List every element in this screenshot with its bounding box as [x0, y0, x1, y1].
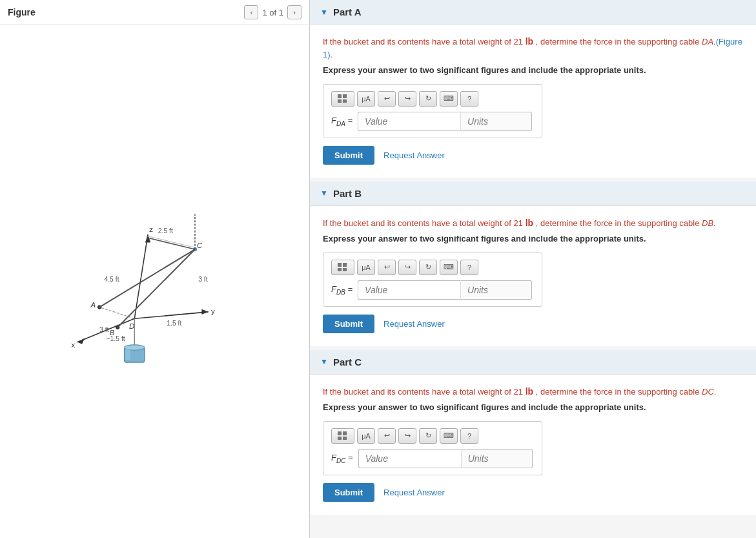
part-a-submit[interactable]: Submit [323, 146, 374, 165]
mu-tool-a[interactable]: μA [357, 91, 375, 107]
part-c-header: ▼ Part C [310, 350, 756, 375]
part-a-content: If the bucket and its contents have a to… [310, 25, 756, 178]
part-b-title: Part B [333, 188, 362, 199]
part-c-express: Express your answer to two significant f… [323, 402, 743, 412]
figure-canvas: z y x D A B C [0, 25, 309, 538]
svg-rect-42 [343, 431, 347, 435]
part-c-units-input[interactable] [462, 449, 533, 468]
undo-c[interactable]: ↩ [378, 428, 396, 444]
part-a-section: ▼ Part A If the bucket and its contents … [310, 0, 756, 178]
part-c-problem: If the bucket and its contents have a to… [323, 385, 743, 398]
undo-b[interactable]: ↩ [378, 260, 396, 275]
svg-text:z: z [149, 225, 153, 233]
redo-a[interactable]: ↪ [398, 91, 416, 107]
svg-text:y: y [211, 307, 215, 315]
svg-text:A: A [90, 301, 96, 309]
figure-svg: z y x D A B C [0, 25, 309, 538]
figure-navigation: ‹ 1 of 1 › [244, 5, 301, 19]
redo-c[interactable]: ↪ [398, 428, 416, 444]
part-b-problem: If the bucket and its contents have a to… [323, 216, 743, 230]
part-b-content: If the bucket and its contents have a to… [310, 206, 756, 346]
svg-text:C: C [197, 242, 203, 249]
part-b-answer-row: FDB = [331, 280, 534, 300]
svg-rect-33 [338, 94, 342, 98]
svg-rect-44 [343, 437, 347, 440]
refresh-a[interactable]: ↻ [419, 91, 437, 107]
part-c-value-input[interactable] [358, 449, 462, 468]
part-a-problem: If the bucket and its contents have a to… [323, 35, 743, 61]
part-b-section: ▼ Part B If the bucket and its contents … [310, 181, 756, 346]
svg-rect-39 [338, 268, 342, 271]
svg-text:4.5 ft: 4.5 ft [104, 276, 119, 283]
part-a-formula-label: FDA = [331, 116, 352, 127]
part-c-submit[interactable]: Submit [323, 483, 374, 502]
svg-rect-30 [125, 348, 130, 360]
keyboard-c[interactable]: ⌨ [440, 428, 458, 444]
redo-b[interactable]: ↪ [398, 260, 416, 275]
part-a-input-box: μA ↩ ↪ ↻ ⌨ ? FDA = [323, 84, 542, 138]
part-b-action-row: Submit Request Answer [323, 315, 743, 333]
part-a-toolbar: μA ↩ ↪ ↻ ⌨ ? [331, 91, 534, 107]
mu-tool-b[interactable]: μA [357, 260, 375, 275]
part-a-action-row: Submit Request Answer [323, 146, 743, 165]
part-b-units-input[interactable] [461, 280, 532, 300]
svg-rect-35 [338, 99, 342, 103]
undo-a[interactable]: ↩ [378, 91, 396, 107]
part-c-request[interactable]: Request Answer [383, 488, 445, 497]
part-b-express: Express your answer to two significant f… [323, 234, 743, 243]
part-a-header: ▼ Part A [310, 0, 756, 25]
prev-figure-button[interactable]: ‹ [244, 5, 258, 19]
part-c-answer-row: FDC = [331, 449, 534, 468]
svg-text:x: x [71, 341, 75, 349]
svg-text:D: D [129, 322, 134, 330]
part-b-header: ▼ Part B [310, 181, 756, 206]
part-a-title: Part A [333, 6, 362, 17]
part-b-request[interactable]: Request Answer [383, 319, 445, 329]
part-b-value-input[interactable] [358, 280, 461, 300]
part-a-express: Express your answer to two significant f… [323, 65, 743, 75]
svg-rect-34 [343, 94, 347, 98]
keyboard-b[interactable]: ⌨ [440, 260, 458, 275]
part-a-request[interactable]: Request Answer [383, 150, 445, 160]
figure-header: Figure ‹ 1 of 1 › [0, 0, 309, 25]
svg-rect-36 [343, 99, 347, 103]
refresh-c[interactable]: ↻ [419, 428, 437, 444]
help-b[interactable]: ? [460, 260, 478, 275]
figure-title: Figure [8, 7, 36, 17]
grid-tool-c[interactable] [331, 428, 354, 444]
svg-rect-41 [338, 431, 342, 435]
part-a-units-input[interactable] [461, 112, 532, 131]
part-b-toolbar: μA ↩ ↪ ↻ ⌨ ? [331, 260, 534, 275]
svg-text:2.5 ft: 2.5 ft [158, 227, 173, 234]
left-panel: Figure ‹ 1 of 1 › z y x [0, 0, 310, 538]
part-b-collapse[interactable]: ▼ [320, 189, 328, 198]
part-a-value-input[interactable] [358, 112, 461, 131]
part-a-collapse[interactable]: ▼ [320, 8, 328, 17]
part-c-formula-label: FDC = [331, 453, 353, 464]
mu-tool-c[interactable]: μA [357, 428, 375, 444]
part-b-submit[interactable]: Submit [323, 315, 374, 333]
grid-tool-b[interactable] [331, 260, 354, 275]
part-c-collapse[interactable]: ▼ [320, 357, 328, 366]
refresh-b[interactable]: ↻ [419, 260, 437, 275]
help-a[interactable]: ? [460, 91, 478, 107]
svg-rect-38 [343, 263, 347, 267]
part-c-section: ▼ Part C If the bucket and its contents … [310, 350, 756, 515]
next-figure-button[interactable]: › [287, 5, 301, 19]
svg-text:−1.5 ft: −1.5 ft [107, 335, 125, 342]
part-b-input-box: μA ↩ ↪ ↻ ⌨ ? FDB = [323, 253, 542, 307]
part-c-toolbar: μA ↩ ↪ ↻ ⌨ ? [331, 428, 534, 444]
page-indicator: 1 of 1 [262, 8, 283, 17]
part-c-action-row: Submit Request Answer [323, 483, 743, 502]
svg-text:3 ft: 3 ft [198, 276, 208, 283]
right-panel: ▼ Part A If the bucket and its contents … [310, 0, 756, 538]
help-c[interactable]: ? [460, 428, 478, 444]
grid-tool-a[interactable] [331, 91, 354, 107]
part-a-answer-row: FDA = [331, 112, 534, 131]
part-b-formula-label: FDB = [331, 284, 352, 296]
svg-text:1.5 ft: 1.5 ft [167, 320, 181, 327]
keyboard-a[interactable]: ⌨ [440, 91, 458, 107]
svg-rect-40 [343, 268, 347, 271]
svg-text:3 ft: 3 ft [99, 326, 109, 333]
part-c-input-box: μA ↩ ↪ ↻ ⌨ ? FDC = [323, 421, 542, 475]
